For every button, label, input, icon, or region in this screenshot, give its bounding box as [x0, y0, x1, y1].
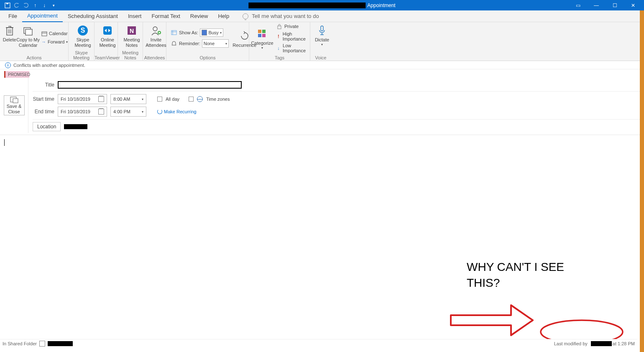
- calendar-button[interactable]: Calendar: [40, 30, 66, 37]
- start-time-input[interactable]: 8:00 AM ▾: [110, 94, 146, 104]
- forward-icon: →: [41, 38, 46, 45]
- redacted-location-value: [64, 124, 87, 129]
- timezones-checkbox[interactable]: [189, 97, 194, 102]
- qat-customize-icon[interactable]: ▾: [50, 2, 57, 9]
- tab-help[interactable]: Help: [213, 10, 234, 22]
- meeting-notes-button[interactable]: N Meeting Notes: [120, 23, 143, 48]
- delete-button[interactable]: Delete: [3, 23, 16, 53]
- teamviewer-line1: Online: [101, 37, 114, 43]
- copy-to-calendar-button[interactable]: Copy to My Calendar: [16, 23, 40, 53]
- group-tags: Categorize ▾ Private ! High Importance ↓…: [249, 22, 310, 61]
- chevron-down-icon: ▾: [261, 46, 263, 50]
- categorize-button[interactable]: Categorize ▾: [252, 26, 273, 50]
- categorize-label: Categorize: [251, 41, 273, 46]
- online-meeting-button[interactable]: Online Meeting: [97, 23, 118, 48]
- timezones-label: Time zones: [206, 97, 230, 102]
- svg-rect-19: [321, 26, 323, 31]
- teamviewer-line2: Meeting: [99, 43, 115, 48]
- location-label[interactable]: Location: [33, 122, 61, 131]
- end-time-input[interactable]: 4:00 PM ▾: [110, 107, 146, 117]
- user-annotation-text: WHY CAN'T I SEE THIS?: [467, 259, 564, 291]
- window-controls: ▭ — ☐ ✕: [569, 0, 642, 10]
- meeting-notes-line2: Notes: [126, 43, 138, 48]
- tab-appointment[interactable]: Appointment: [22, 10, 63, 22]
- teamviewer-icon: [101, 25, 114, 36]
- onenote-icon: N: [125, 25, 138, 36]
- private-button[interactable]: Private: [274, 23, 309, 30]
- start-time-row: Start time Fri 10/18/2019 8:00 AM ▾ All …: [33, 94, 640, 104]
- reminder-dropdown[interactable]: None ▾: [202, 39, 229, 48]
- prev-item-icon[interactable]: ↑: [32, 2, 38, 9]
- invite-attendees-icon: [149, 25, 163, 36]
- calendar-label: Calendar: [49, 31, 68, 36]
- low-importance-button[interactable]: ↓ Low Importance: [274, 43, 309, 54]
- skype-meeting-button[interactable]: S Skype Meeting: [71, 23, 95, 48]
- group-attendees: Invite Attendees Attendees: [143, 22, 166, 61]
- last-modified-prefix: Last modified by: [554, 341, 588, 346]
- high-importance-button[interactable]: ! High Importance: [274, 31, 309, 42]
- make-recurring-label: Make Recurring: [164, 109, 197, 114]
- svg-rect-16: [258, 34, 261, 37]
- start-date-input[interactable]: Fri 10/18/2019: [58, 94, 107, 104]
- window-right-edge-accent: [640, 10, 644, 352]
- redo-icon[interactable]: [23, 2, 29, 9]
- tell-me-search[interactable]: Tell me what you want to do: [243, 13, 319, 19]
- minimize-button[interactable]: —: [587, 0, 606, 10]
- group-actions: Delete Copy to My Calendar Calendar → Fo…: [0, 22, 69, 61]
- status-bar: In Shared Folder Last modified by at 1:2…: [0, 339, 637, 347]
- ribbon-display-options-button[interactable]: ▭: [569, 0, 587, 10]
- tab-insert[interactable]: Insert: [123, 10, 147, 22]
- invite-line1: Invite: [151, 37, 161, 43]
- all-day-checkbox[interactable]: [157, 97, 162, 102]
- save-icon[interactable]: [4, 2, 11, 9]
- all-day-label: All day: [166, 97, 179, 102]
- info-icon: i: [5, 62, 11, 68]
- group-skype-label: Skype Meeting: [69, 50, 94, 60]
- high-importance-icon: !: [276, 33, 281, 40]
- title-label: Title: [33, 82, 54, 88]
- tab-file[interactable]: File: [3, 10, 22, 22]
- busy-swatch-icon: [202, 30, 207, 36]
- maximize-button[interactable]: ☐: [606, 0, 624, 10]
- dictate-label: Dictate: [315, 37, 329, 43]
- group-attendees-label: Attendees: [143, 55, 166, 60]
- svg-rect-15: [262, 30, 266, 33]
- info-bar-text: Conflicts with another appointment.: [13, 63, 85, 68]
- calendar-picker-icon: [98, 96, 104, 102]
- invite-line2: Attendees: [146, 43, 166, 48]
- undo-icon[interactable]: [13, 2, 20, 9]
- group-teamviewer: Online Meeting TeamViewer: [95, 22, 118, 61]
- high-importance-label: High Importance: [283, 31, 307, 41]
- dictate-button[interactable]: Dictate ▾: [313, 23, 331, 46]
- save-close-line2: Close: [8, 109, 20, 115]
- title-row: Title: [33, 81, 640, 89]
- tab-review[interactable]: Review: [185, 10, 213, 22]
- chevron-down-icon: ▾: [321, 43, 323, 46]
- save-and-close-button[interactable]: Save & Close: [4, 95, 25, 115]
- annotation-line1: WHY CAN'T I SEE: [467, 259, 564, 275]
- chevron-down-icon: ▾: [142, 97, 143, 101]
- svg-rect-17: [262, 34, 266, 37]
- meeting-notes-line1: Meeting: [123, 37, 140, 43]
- last-modified-suffix: at 1:28 PM: [613, 341, 635, 346]
- end-date-input[interactable]: Fri 10/18/2019: [58, 107, 107, 117]
- svg-rect-21: [13, 99, 18, 103]
- tab-scheduling-assistant[interactable]: Scheduling Assistant: [63, 10, 123, 22]
- close-window-button[interactable]: ✕: [624, 0, 642, 10]
- save-close-panel: Save & Close: [0, 78, 28, 133]
- chevron-down-icon: ▾: [225, 42, 227, 46]
- svg-rect-1: [6, 3, 8, 4]
- next-item-icon[interactable]: ↓: [41, 2, 48, 9]
- make-recurring-link[interactable]: Make Recurring: [157, 109, 197, 114]
- location-row: Location: [33, 119, 640, 131]
- window-title: Appointment: [248, 3, 395, 8]
- forward-button[interactable]: → Forward ▾: [40, 38, 66, 46]
- show-as-dropdown[interactable]: Busy ▾: [200, 28, 223, 37]
- tab-format-text[interactable]: Format Text: [146, 10, 185, 22]
- title-input[interactable]: [58, 81, 242, 89]
- category-tag-promised[interactable]: PROMISED: [4, 71, 29, 78]
- invite-attendees-button[interactable]: Invite Attendees: [146, 23, 166, 48]
- low-importance-label: Low Importance: [283, 43, 307, 53]
- status-last-modified: Last modified by at 1:28 PM: [554, 341, 635, 346]
- group-options-label: Options: [166, 55, 249, 60]
